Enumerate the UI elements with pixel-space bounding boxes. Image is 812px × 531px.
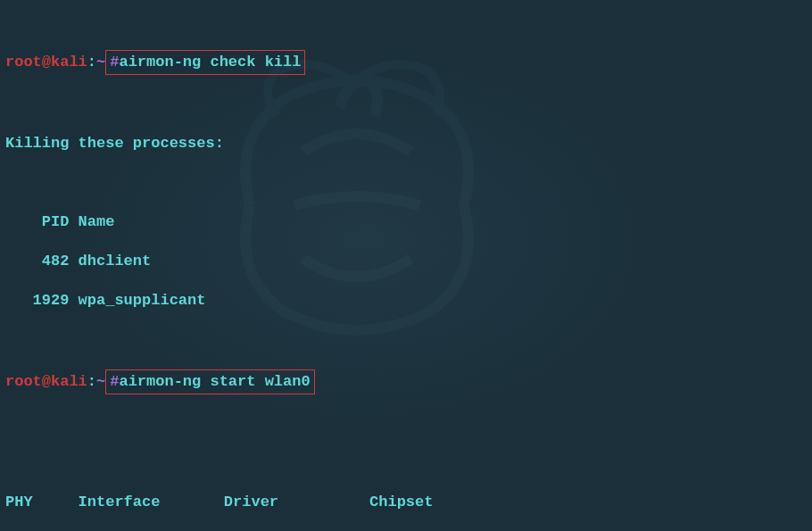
highlight-box-cmd1: #airmon-ng check kill [105,50,305,75]
blank-line [5,453,807,473]
prompt-line-1: root@kali:~#airmon-ng check kill [5,50,807,75]
blank-line [5,414,807,434]
highlight-box-cmd2: #airmon-ng start wlan0 [105,369,314,394]
prompt-host: kali [51,54,87,71]
prompt-hash: # [110,373,119,390]
terminal-content[interactable]: root@kali:~#airmon-ng check kill Killing… [5,11,807,531]
output-pid-dhclient: 482 dhclient [5,252,807,271]
blank-line [5,173,807,193]
prompt-at: @ [42,373,51,390]
prompt-user: root [5,373,42,390]
output-killing-processes: Killing these processes: [5,134,807,153]
command-2: airmon-ng start wlan0 [119,373,310,390]
prompt-colon: : [87,54,96,71]
prompt-tilde: ~ [96,54,105,71]
prompt-colon: : [87,373,96,390]
output-phy-header: PHY Interface Driver Chipset [5,493,807,512]
prompt-tilde: ~ [96,373,105,390]
prompt-host: kali [51,373,87,390]
command-1: airmon-ng check kill [119,54,301,71]
output-pid-wpasupplicant: 1929 wpa_supplicant [5,291,807,311]
blank-line [5,330,807,350]
prompt-at: @ [42,54,51,71]
prompt-hash: # [110,54,119,71]
prompt-user: root [5,54,42,71]
prompt-line-2: root@kali:~#airmon-ng start wlan0 [5,369,807,394]
output-pid-header: PID Name [5,212,807,232]
blank-line [5,95,807,114]
